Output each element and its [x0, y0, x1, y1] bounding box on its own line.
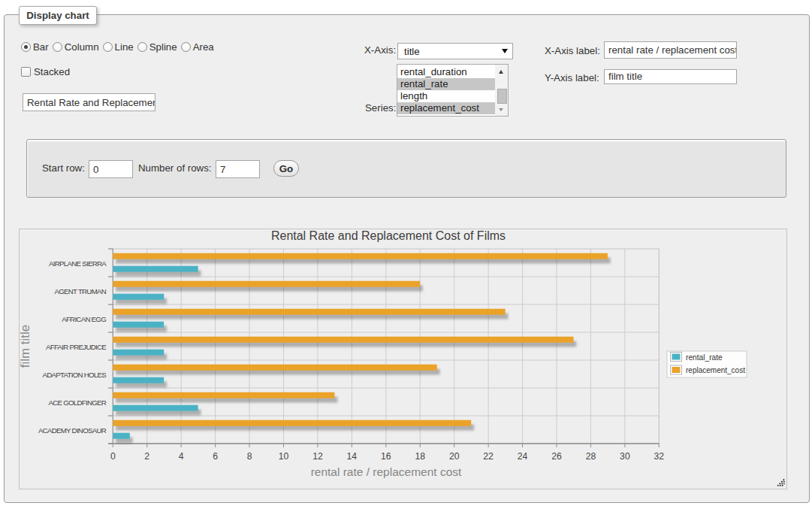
svg-text:rental_rate: rental_rate: [686, 353, 723, 362]
svg-text:10: 10: [279, 451, 289, 462]
svg-text:ADAPTATION HOLES: ADAPTATION HOLES: [43, 371, 107, 379]
svg-text:18: 18: [415, 451, 425, 462]
svg-text:20: 20: [449, 451, 460, 462]
svg-text:film title: film title: [19, 325, 32, 368]
svg-text:12: 12: [312, 451, 323, 462]
svg-text:AFRICAN EGG: AFRICAN EGG: [62, 315, 106, 323]
svg-text:32: 32: [654, 451, 665, 462]
svg-text:AIRPLANE SIERRA: AIRPLANE SIERRA: [49, 259, 107, 268]
svg-text:ACE GOLDFINGER: ACE GOLDFINGER: [48, 398, 106, 407]
svg-text:8: 8: [247, 451, 252, 462]
svg-text:2: 2: [144, 451, 149, 462]
svg-text:28: 28: [586, 451, 596, 462]
svg-text:16: 16: [381, 451, 391, 462]
svg-text:replacement_cost: replacement_cost: [686, 366, 745, 374]
svg-text:6: 6: [213, 451, 218, 462]
svg-text:26: 26: [551, 451, 562, 462]
svg-text:0: 0: [110, 451, 116, 462]
svg-text:AFFAIR PREJUDICE: AFFAIR PREJUDICE: [46, 343, 107, 351]
svg-text:4: 4: [179, 451, 184, 462]
svg-text:AGENT TRUMAN: AGENT TRUMAN: [54, 287, 106, 295]
svg-text:ACADEMY DINOSAUR: ACADEMY DINOSAUR: [38, 426, 107, 435]
svg-text:14: 14: [347, 451, 358, 462]
svg-text:22: 22: [483, 451, 494, 462]
svg-text:Rental Rate and Replacement Co: Rental Rate and Replacement Cost of Film…: [271, 229, 506, 242]
svg-text:30: 30: [620, 451, 630, 462]
svg-text:24: 24: [518, 451, 528, 462]
svg-text:rental rate / replacement cost: rental rate / replacement cost: [311, 465, 462, 478]
